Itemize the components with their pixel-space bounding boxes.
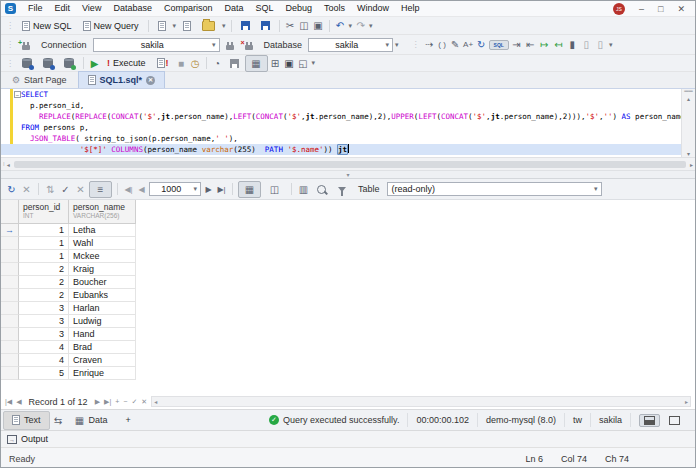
table-mode-select[interactable]: (read-only) ▾	[387, 182, 602, 196]
add-view-button[interactable]: +	[118, 412, 139, 429]
column-header-person-name[interactable]: person_name VARCHAR(256)	[69, 200, 136, 224]
goto-icon[interactable]: ⇢	[423, 38, 436, 51]
grid-row[interactable]: 3Ludwig	[1, 315, 695, 328]
export-data-icon[interactable]: ⇅	[44, 183, 57, 196]
uncomment-icon[interactable]: ↤	[552, 38, 565, 51]
code-line-1[interactable]: SELECT	[1, 89, 682, 100]
execute-button[interactable]: ! Execute	[102, 56, 151, 70]
grid-row[interactable]: 2Eubanks	[1, 289, 695, 302]
tab-text-view[interactable]: Text	[3, 411, 50, 430]
query-profiler-icon[interactable]: ◔	[211, 57, 224, 70]
column-header-person-id[interactable]: person_id INT	[19, 200, 69, 224]
connect-button[interactable]	[221, 38, 239, 52]
cell-person-name[interactable]: Eubanks	[69, 289, 136, 302]
next-bookmark-icon[interactable]: ▯	[594, 38, 607, 51]
image-export-icon[interactable]: ▣	[283, 57, 296, 70]
row-selector[interactable]	[1, 302, 19, 315]
redo-icon[interactable]: ↷	[354, 19, 367, 32]
database-select[interactable]: sakila ▾	[308, 38, 393, 52]
run-icon[interactable]: ▶	[88, 57, 101, 70]
editor-vertical-scrollbar[interactable]: ══ ▴ ▾	[681, 89, 695, 157]
cell-person-name[interactable]: Kraig	[69, 263, 136, 276]
first-page-icon[interactable]: ◀|	[123, 183, 134, 196]
grid-row[interactable]: 4Brad	[1, 341, 695, 354]
cell-person-name[interactable]: Ludwig	[69, 315, 136, 328]
code-area[interactable]: SELECT p.person_id, REPLACE(REPLACE(CONC…	[1, 89, 682, 155]
word-wrap-icon[interactable]: ⁞	[3, 161, 5, 167]
grid-row[interactable]: 1Wahl	[1, 237, 695, 250]
app-logo-icon[interactable]: S	[5, 3, 16, 14]
undo-icon[interactable]: ↶	[334, 19, 347, 32]
font-increase-icon[interactable]: A+	[463, 38, 474, 51]
new-document-dropdown[interactable]: ▾	[172, 22, 178, 30]
cell-person-id[interactable]: 2	[19, 276, 69, 289]
comment-icon[interactable]: ↦	[538, 38, 551, 51]
commit-record-icon[interactable]: ✓	[131, 398, 137, 406]
previous-page-icon[interactable]: ◀	[136, 183, 147, 196]
cancel-refresh-icon[interactable]: ✕	[20, 183, 33, 196]
tab-sql1[interactable]: SQL1.sql* ✕	[78, 71, 166, 88]
execute-script-button[interactable]: !	[152, 56, 174, 70]
cell-person-name[interactable]: Harlan	[69, 302, 136, 315]
menu-sql[interactable]: SQL	[249, 1, 279, 16]
menu-edit[interactable]: Edit	[49, 1, 77, 16]
scroll-left-icon[interactable]: ◂	[154, 398, 157, 405]
row-selector[interactable]	[1, 250, 19, 263]
toolbar-grip[interactable]: ⋮	[3, 40, 16, 49]
row-selector[interactable]	[1, 237, 19, 250]
tab-data-view[interactable]: ▦ Data	[67, 412, 116, 429]
refresh-icon[interactable]: ↻	[475, 38, 488, 51]
grid-horizontal-scrollbar[interactable]: ◂ ▸	[151, 396, 691, 407]
grid-row[interactable]: 3Hand	[1, 328, 695, 341]
refresh-database-button[interactable]	[38, 56, 58, 70]
code-line-2[interactable]: p.person_id,	[1, 100, 682, 111]
select-all-cell[interactable]	[1, 200, 19, 224]
connection-overflow-dropdown[interactable]: ▾	[394, 41, 400, 49]
cell-person-id[interactable]: 3	[19, 302, 69, 315]
scroll-right-icon[interactable]: ▸	[690, 161, 693, 168]
new-document-button[interactable]	[153, 19, 171, 33]
last-record-icon[interactable]: ▶|	[104, 398, 111, 406]
parameters-icon[interactable]: ( )	[437, 38, 448, 51]
cell-person-id[interactable]: 4	[19, 341, 69, 354]
outdent-icon[interactable]: ⇤	[524, 38, 537, 51]
validate-database-button[interactable]	[59, 56, 79, 70]
swap-views-icon[interactable]: ⇆	[52, 414, 65, 427]
grid-row[interactable]: 2Kraig	[1, 263, 695, 276]
editor-horizontal-scrollbar[interactable]: ⁞ ◂ ▸	[1, 157, 695, 170]
grid-row[interactable]: 2Boucher	[1, 276, 695, 289]
manage-connection-button[interactable]	[17, 56, 37, 70]
add-record-icon[interactable]: +	[115, 398, 119, 405]
cell-person-id[interactable]: 1	[19, 237, 69, 250]
cell-person-name[interactable]: Hand	[69, 328, 136, 341]
grid-row[interactable]: →1Letha	[1, 224, 695, 237]
previous-record-icon[interactable]: ◀	[16, 398, 21, 406]
scroll-left-icon[interactable]: ◂	[7, 161, 10, 168]
menu-data[interactable]: Data	[218, 1, 249, 16]
row-selector[interactable]	[1, 289, 19, 302]
row-selector[interactable]	[1, 367, 19, 380]
cell-person-id[interactable]: 1	[19, 250, 69, 263]
menu-window[interactable]: Window	[351, 1, 395, 16]
cancel-record-icon[interactable]: ✕	[141, 398, 147, 406]
grid-row[interactable]: 4Craven	[1, 354, 695, 367]
cell-person-id[interactable]: 3	[19, 328, 69, 341]
menu-database[interactable]: Database	[107, 1, 158, 16]
cell-person-id[interactable]: 2	[19, 289, 69, 302]
refresh-results-icon[interactable]: ↻	[5, 183, 18, 196]
history-icon[interactable]: ◷	[189, 57, 202, 70]
user-avatar[interactable]: JS	[613, 3, 625, 15]
row-selector[interactable]	[1, 276, 19, 289]
cell-person-name[interactable]: Mckee	[69, 250, 136, 263]
menu-file[interactable]: File	[22, 1, 49, 16]
new-window-icon[interactable]: ◱	[297, 57, 310, 70]
collapse-splitter-icon[interactable]: ▾	[346, 171, 349, 178]
cell-person-name[interactable]: Wahl	[69, 237, 136, 250]
close-button[interactable]: ✕	[677, 4, 685, 14]
grid-row[interactable]: 3Harlan	[1, 302, 695, 315]
indent-icon[interactable]: ⇥	[510, 38, 523, 51]
scroll-up-icon[interactable]: ▴	[687, 95, 690, 102]
tab-close-icon[interactable]: ✕	[146, 76, 155, 85]
redo-dropdown[interactable]: ▾	[368, 22, 374, 30]
code-line-3[interactable]: REPLACE(REPLACE(CONCAT('$',jt.person_nam…	[1, 111, 682, 122]
